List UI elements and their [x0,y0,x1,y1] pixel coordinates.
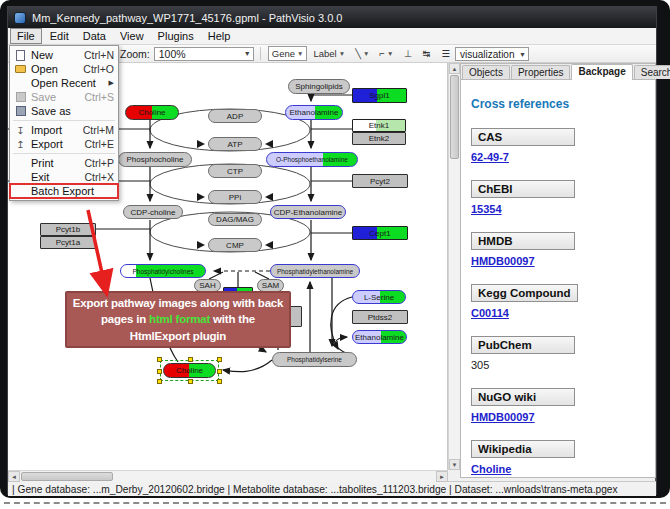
stack-vertical-icon: ☰ [442,48,451,59]
horizontal-scroll-thumb[interactable] [21,472,113,481]
file-menu-item-open-recent[interactable]: Open Recent▶ [10,76,118,90]
menu-edit[interactable]: Edit [44,29,75,43]
crossref-source-header: ChEBI [471,180,575,198]
node-pcyt1a[interactable]: Pcyt1a [40,236,96,249]
canvas-horizontal-scrollbar[interactable]: ◄ ► [8,470,448,482]
node-sphingolipids[interactable]: Sphingolipids [288,79,350,94]
crossref-section-kegg-compound: Kegg CompoundC00114 [471,283,645,319]
tab-backpage[interactable]: Backpage [571,64,632,80]
toolbar-separator [260,47,261,60]
selection-handle[interactable] [217,369,222,374]
scroll-down-icon[interactable]: ▼ [449,459,460,470]
connector-tool-icon: ⌐ [379,48,385,59]
node-ethanolamine[interactable]: Ethanolamine [352,330,407,344]
file-menu-item-new[interactable]: NewCtrl+N [10,48,118,62]
crossref-source-header: PubChem [471,336,575,354]
scroll-right-icon[interactable]: ► [436,471,448,482]
node-phosphatidylserine[interactable]: Phosphatidylserine [272,352,357,367]
node-choline[interactable]: Choline [125,105,179,120]
node-cdp-ethanolamine[interactable]: CDP-Ethanolamine [270,205,346,219]
gene-tool-button[interactable]: Gene▼ [268,46,308,61]
node-o-phosphoethanolamine[interactable]: O-Phosphoethanolamine [266,152,358,167]
crossref-link-wikipedia[interactable]: Choline [471,463,511,475]
align-center-horizontal-button[interactable]: ⊥ [399,46,416,61]
node-ptdss2[interactable]: Ptdss2 [352,310,408,324]
node-phosphatidylcholines[interactable]: Phosphatidylcholines [120,264,206,278]
node-adp[interactable]: ADP [208,109,262,123]
node-pcyt1b[interactable]: Pcyt1b [40,223,96,236]
node-label: SAH [197,281,217,290]
file-menu-item-export[interactable]: ↥ExportCtrl+E [10,137,118,151]
node-ppi[interactable]: PPi [208,190,262,204]
title-bar[interactable]: Mm_Kennedy_pathway_WP1771_45176.gpml - P… [8,7,656,28]
crossref-link-kegg-compound[interactable]: C00114 [471,307,509,319]
crossref-link-chebi[interactable]: 15354 [471,203,502,215]
line-tool-button[interactable]: ╲▼ [351,46,373,61]
menu-item-label: Save [31,91,85,103]
tab-objects[interactable]: Objects [462,65,510,79]
node-etnk1[interactable]: Etnk1 [352,119,406,132]
menu-help[interactable]: Help [202,29,237,43]
gene-tool-icon: Gene [272,48,295,59]
node-atp[interactable]: ATP [208,137,262,151]
save-icon [13,92,28,103]
chevron-down-icon: ▼ [387,50,393,57]
node-sgpl1[interactable]: Sgpl1 [352,88,407,103]
chevron-down-icon: ▼ [519,51,526,58]
zoom-combobox[interactable]: 100% ▼ [154,47,254,61]
backpage-panel: Cross references CAS62-49-7ChEBI15354HMD… [461,81,655,478]
selection-handle[interactable] [157,357,162,362]
stack-vertical-button[interactable]: ☰ [437,46,454,61]
selection-outline [160,360,219,381]
crossref-link-hmdb[interactable]: HMDB00097 [471,255,535,267]
crossref-link-cas[interactable]: 62-49-7 [471,151,509,163]
vertical-scroll-thumb[interactable] [450,75,459,159]
menu-bar: FileEditDataViewPluginsHelp [8,28,656,45]
file-menu-item-open[interactable]: OpenCtrl+O [10,62,118,76]
node-label: CMP [224,241,246,250]
tab-properties[interactable]: Properties [511,65,571,79]
menu-item-shortcut: Ctrl+E [85,138,114,150]
menu-file[interactable]: File [10,28,42,44]
file-menu-item-exit[interactable]: ExitCtrl+X [10,170,118,184]
selection-handle[interactable] [157,379,162,384]
selection-handle[interactable] [217,379,222,384]
file-menu-item-print[interactable]: PrintCtrl+P [10,156,118,170]
file-menu-item-save-as[interactable]: Save as [10,104,118,118]
node-ctp[interactable]: CTP [208,164,262,178]
scroll-left-icon[interactable]: ◄ [8,471,20,482]
node-phosphocholine[interactable]: Phosphocholine [118,152,192,167]
menu-plugins[interactable]: Plugins [152,29,200,43]
node-label: DAG/MAG [214,215,256,224]
node-dag-mag[interactable]: DAG/MAG [208,213,262,226]
canvas-vertical-scrollbar[interactable]: ▲ ▼ [448,63,459,470]
menu-view[interactable]: View [114,29,150,43]
tab-search[interactable]: Search [634,65,670,79]
node-etnk2[interactable]: Etnk2 [352,132,406,145]
selection-handle[interactable] [188,357,193,362]
menu-item-label: Exit [31,171,85,183]
align-center-vertical-button[interactable]: ↹ [418,46,435,61]
node-phosphatidylethanolamine[interactable]: Phosphatidylethanolamine [270,264,360,278]
node-cdp-choline[interactable]: CDP-choline [123,205,183,219]
file-menu-item-batch-export[interactable]: Batch Export [10,184,118,198]
node-cept1[interactable]: Cept1 [352,226,408,240]
node-ethanolamine[interactable]: Ethanolamine [285,105,343,120]
label-tool-button[interactable]: Label▼ [309,46,349,61]
visualization-combobox[interactable]: visualization ▼ [455,47,529,61]
selection-handle[interactable] [217,357,222,362]
menu-data[interactable]: Data [77,29,112,43]
menu-separator [13,153,115,154]
node-pcyt2[interactable]: Pcyt2 [352,174,408,188]
menu-item-shortcut: Ctrl+M [83,124,114,136]
connector-tool-button[interactable]: ⌐▼ [375,46,397,61]
scroll-up-icon[interactable]: ▲ [449,63,460,74]
selection-handle[interactable] [188,379,193,384]
selection-handle[interactable] [157,369,162,374]
file-menu-item-import[interactable]: ↧ImportCtrl+M [10,123,118,137]
crossref-link-nugo-wiki[interactable]: HMDB00097 [471,411,535,423]
node-label: O-Phosphoethanolamine [274,156,350,163]
node-l-serine[interactable]: L-Serine [352,290,406,304]
callout-line-1: Export pathway images along with back [73,295,284,311]
node-cmp[interactable]: CMP [208,238,262,252]
